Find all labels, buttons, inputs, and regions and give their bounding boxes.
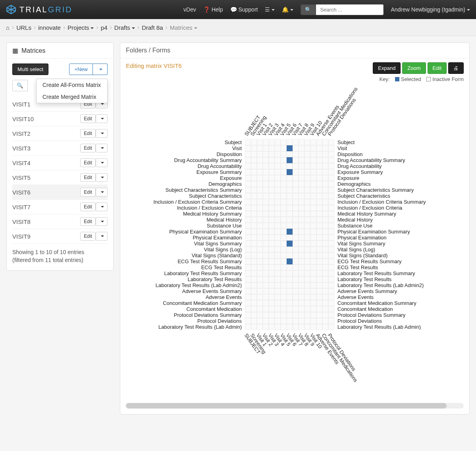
grid-cell[interactable] bbox=[257, 276, 263, 282]
grid-cell[interactable] bbox=[293, 252, 299, 258]
grid-cell[interactable] bbox=[322, 217, 328, 223]
grid-cell[interactable] bbox=[328, 223, 334, 229]
grid-cell[interactable] bbox=[263, 294, 269, 300]
grid-cell[interactable] bbox=[275, 187, 281, 193]
grid-cell[interactable] bbox=[287, 145, 293, 151]
grid-cell[interactable] bbox=[293, 223, 299, 229]
matrix-item-visit4[interactable]: VISIT4Edit bbox=[12, 156, 108, 170]
grid-cell[interactable] bbox=[310, 199, 316, 205]
grid-cell[interactable] bbox=[263, 241, 269, 247]
grid-cell[interactable] bbox=[257, 288, 263, 294]
breadcrumb-draft8a[interactable]: Draft 8a bbox=[142, 24, 163, 31]
grid-cell[interactable] bbox=[245, 264, 251, 270]
grid-cell[interactable] bbox=[322, 324, 328, 330]
grid-cell[interactable] bbox=[263, 288, 269, 294]
grid-cell[interactable] bbox=[328, 145, 334, 151]
grid-cell[interactable] bbox=[328, 211, 334, 217]
grid-cell[interactable] bbox=[269, 217, 275, 223]
grid-cell[interactable] bbox=[293, 151, 299, 157]
grid-cell[interactable] bbox=[257, 157, 263, 163]
grid-cell[interactable] bbox=[287, 163, 293, 169]
grid-cell[interactable] bbox=[316, 276, 322, 282]
grid-cell[interactable] bbox=[281, 229, 287, 235]
grid-cell[interactable] bbox=[281, 169, 287, 175]
grid-cell[interactable] bbox=[275, 163, 281, 169]
grid-cell[interactable] bbox=[287, 229, 293, 235]
nav-bell-icon[interactable]: 🔔 bbox=[282, 6, 293, 13]
grid-cell[interactable] bbox=[281, 193, 287, 199]
grid-cell[interactable] bbox=[299, 187, 304, 193]
grid-cell[interactable] bbox=[328, 217, 334, 223]
nav-menu-icon[interactable]: ☰ bbox=[265, 6, 275, 13]
grid-cell[interactable] bbox=[316, 157, 322, 163]
multi-select-button[interactable]: Multi select bbox=[12, 64, 48, 75]
grid-cell[interactable] bbox=[316, 324, 322, 330]
grid-cell[interactable] bbox=[269, 145, 275, 151]
grid-cell[interactable] bbox=[293, 175, 299, 181]
grid-cell[interactable] bbox=[299, 145, 304, 151]
grid-cell[interactable] bbox=[328, 294, 334, 300]
grid-cell[interactable] bbox=[322, 175, 328, 181]
grid-cell[interactable] bbox=[293, 324, 299, 330]
grid-cell[interactable] bbox=[251, 229, 257, 235]
grid-cell[interactable] bbox=[310, 169, 316, 175]
matrix-edit-button[interactable]: Edit bbox=[80, 158, 96, 167]
grid-cell[interactable] bbox=[304, 157, 310, 163]
scrollbar-thumb[interactable] bbox=[126, 403, 447, 409]
grid-cell[interactable] bbox=[269, 270, 275, 276]
grid-cell[interactable] bbox=[257, 193, 263, 199]
grid-cell[interactable] bbox=[263, 300, 269, 306]
grid-cell[interactable] bbox=[281, 241, 287, 247]
grid-cell[interactable] bbox=[257, 324, 263, 330]
grid-cell[interactable] bbox=[304, 258, 310, 264]
grid-cell[interactable] bbox=[275, 288, 281, 294]
grid-cell[interactable] bbox=[316, 247, 322, 252]
grid-cell[interactable] bbox=[328, 324, 334, 330]
grid-cell[interactable] bbox=[281, 312, 287, 318]
grid-cell[interactable] bbox=[293, 199, 299, 205]
grid-cell[interactable] bbox=[245, 294, 251, 300]
grid-cell[interactable] bbox=[251, 211, 257, 217]
grid-cell[interactable] bbox=[251, 312, 257, 318]
grid-cell[interactable] bbox=[245, 193, 251, 199]
grid-cell[interactable] bbox=[275, 145, 281, 151]
grid-cell[interactable] bbox=[316, 151, 322, 157]
grid-cell[interactable] bbox=[287, 312, 293, 318]
grid-cell[interactable] bbox=[281, 270, 287, 276]
grid-cell[interactable] bbox=[328, 229, 334, 235]
grid-cell[interactable] bbox=[281, 264, 287, 270]
grid-cell[interactable] bbox=[304, 199, 310, 205]
grid-cell[interactable] bbox=[310, 264, 316, 270]
grid-cell[interactable] bbox=[310, 145, 316, 151]
grid-cell[interactable] bbox=[322, 139, 328, 145]
grid-cell[interactable] bbox=[304, 288, 310, 294]
grid-cell[interactable] bbox=[310, 193, 316, 199]
grid-cell[interactable] bbox=[245, 175, 251, 181]
grid-cell[interactable] bbox=[251, 217, 257, 223]
grid-cell[interactable] bbox=[251, 181, 257, 187]
grid-cell[interactable] bbox=[293, 318, 299, 324]
grid-cell[interactable] bbox=[281, 199, 287, 205]
grid-cell[interactable] bbox=[299, 169, 304, 175]
matrix-item-visit3[interactable]: VISIT3Edit bbox=[12, 141, 108, 156]
grid-cell[interactable] bbox=[245, 241, 251, 247]
grid-cell[interactable] bbox=[287, 193, 293, 199]
grid-cell[interactable] bbox=[263, 181, 269, 187]
grid-cell[interactable] bbox=[287, 324, 293, 330]
grid-cell[interactable] bbox=[328, 258, 334, 264]
print-button[interactable]: 🖨 bbox=[448, 62, 464, 74]
matrix-edit-button[interactable]: Edit bbox=[80, 173, 96, 182]
grid-cell[interactable] bbox=[310, 282, 316, 288]
grid-cell[interactable] bbox=[263, 223, 269, 229]
grid-cell[interactable] bbox=[328, 169, 334, 175]
grid-cell[interactable] bbox=[269, 151, 275, 157]
grid-cell[interactable] bbox=[269, 169, 275, 175]
grid-cell[interactable] bbox=[328, 276, 334, 282]
matrix-edit-dropdown[interactable] bbox=[96, 202, 108, 211]
create-merged-matrix[interactable]: Create Merged Matrix bbox=[37, 91, 107, 103]
grid-cell[interactable] bbox=[251, 282, 257, 288]
grid-cell[interactable] bbox=[322, 306, 328, 312]
grid-cell[interactable] bbox=[316, 205, 322, 211]
breadcrumb-p4[interactable]: p4 bbox=[101, 24, 108, 31]
grid-cell[interactable] bbox=[322, 223, 328, 229]
